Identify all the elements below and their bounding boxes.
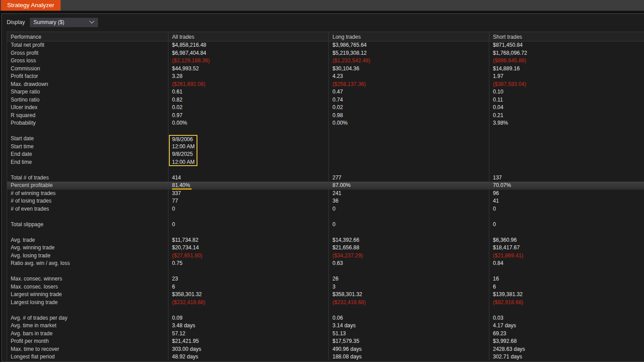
tab-strategy-analyzer[interactable]: Strategy Analyzer [1, 0, 61, 11]
cell-long-trades: ($34,237.29) [328, 252, 489, 260]
table-row[interactable]: Max. drawdown($261,692.08)($258,137.36)(… [7, 81, 644, 89]
table-spacer-row [7, 306, 644, 314]
column-header-performance[interactable]: Performance [7, 32, 168, 41]
cell-long-trades: 0 [328, 205, 489, 213]
cell-short-trades: $18,417.67 [489, 244, 644, 252]
table-row[interactable]: Max. consec. losers636 [7, 283, 644, 291]
table-row[interactable]: # of losing trades773641 [7, 197, 644, 205]
cell-long-trades [328, 159, 489, 167]
cell-short-trades: ($21,869.41) [489, 252, 644, 260]
chevron-down-icon [89, 19, 94, 24]
cell-long-trades: $358,301.32 [328, 291, 489, 299]
table-row[interactable]: Avg. losing trade($27,651.80)($34,237.29… [7, 252, 644, 260]
table-row[interactable]: # of winning trades33724196 [7, 190, 644, 198]
cell-short-trades: $6,360.96 [489, 236, 644, 244]
cell-long-trades: $21,656.88 [328, 244, 489, 252]
cell-all-trades: 81.40% [168, 182, 328, 190]
table-row[interactable]: # of even trades000 [7, 205, 644, 213]
table-row[interactable]: Avg. trade$11,734.82$14,392.66$6,360.96 [7, 236, 644, 244]
cell-long-trades: $30,104.36 [328, 65, 489, 73]
cell-short-trades: 1.97 [489, 73, 644, 81]
table-row[interactable]: Longest flat period48.92 days188.08 days… [7, 353, 644, 361]
row-label: Avg. winning trade [7, 244, 168, 252]
row-label: Avg. bars in trade [7, 330, 168, 338]
cell-short-trades [489, 159, 644, 167]
cell-long-trades: 26 [328, 275, 489, 283]
table-row[interactable]: End time12:00 AM [7, 159, 644, 167]
cell-short-trades [489, 306, 644, 314]
table-row[interactable]: Max. time to recover303.00 days490.96 da… [7, 346, 644, 354]
table-row[interactable]: Avg. bars in trade57.1251.1369.23 [7, 330, 644, 338]
cell-all-trades [168, 166, 328, 174]
table-row[interactable]: End date9/8/2025 [7, 150, 644, 159]
cell-short-trades: 0.11 [489, 96, 644, 104]
strategy-analyzer-panel: Display Summary ($) Performance All trad… [1, 13, 644, 362]
cell-long-trades: 0.06 [328, 314, 489, 322]
cell-short-trades [489, 143, 644, 151]
cell-all-trades: $44,993.52 [168, 65, 328, 73]
table-row[interactable]: Total slippage000 [7, 221, 644, 229]
table-row[interactable]: Start time12:00 AM [7, 143, 644, 151]
cell-long-trades: 241 [328, 190, 489, 198]
table-row[interactable]: Ratio avg. win / avg. loss0.750.630.84 [7, 260, 644, 268]
table-row[interactable]: Profit factor3.284.231.97 [7, 73, 644, 81]
row-label [7, 213, 168, 221]
cell-all-trades: $4,858,216.48 [168, 41, 328, 49]
cell-all-trades: 3.48 days [168, 322, 328, 330]
table-row[interactable]: Commission$44,993.52$30,104.36$14,889.16 [7, 65, 644, 73]
table-row[interactable]: Largest losing trade($232,418.68)($232,4… [7, 299, 644, 307]
cell-long-trades: 188.08 days [328, 353, 489, 361]
cell-long-trades: 0.00% [328, 119, 489, 127]
table-row[interactable]: Total net profit$4,858,216.48$3,986,765.… [7, 41, 644, 49]
cell-short-trades: 96 [489, 190, 644, 198]
cell-short-trades: 0.04 [489, 104, 644, 112]
table-row[interactable]: Max. consec. winners232616 [7, 275, 644, 283]
table-row[interactable]: Largest winning trade$358,301.32$358,301… [7, 291, 644, 299]
display-toolbar: Display Summary ($) [2, 14, 644, 31]
table-row[interactable]: R squared0.970.980.21 [7, 112, 644, 120]
row-label: # of losing trades [7, 197, 168, 205]
row-label: Avg. losing trade [7, 252, 168, 260]
table-row[interactable]: Total # of trades414277137 [7, 174, 644, 182]
cell-long-trades: 51.13 [328, 330, 489, 338]
cell-all-trades: $6,987,404.84 [168, 49, 328, 57]
cell-all-trades: 0.00% [168, 119, 328, 127]
row-label: Profit factor [7, 73, 168, 81]
cell-all-trades: 12:00 AM [168, 143, 328, 151]
cell-all-trades: 337 [168, 190, 328, 198]
row-label: Largest winning trade [7, 291, 168, 299]
row-label: Profit per month [7, 338, 168, 346]
row-label: # of even trades [7, 205, 168, 213]
table-row[interactable]: Avg. # of trades per day0.090.060.03 [7, 314, 644, 322]
cell-long-trades: ($258,137.36) [328, 81, 489, 89]
table-row[interactable]: Gross loss($2,129,188.36)($1,232,542.48)… [7, 57, 644, 65]
display-dropdown-value: Summary ($) [33, 19, 90, 25]
row-label: Avg. # of trades per day [7, 314, 168, 322]
table-row[interactable]: Sortino ratio0.820.740.11 [7, 96, 644, 104]
table-row[interactable]: Probability0.00%0.00%3.98% [7, 119, 644, 127]
cell-short-trades: 3.98% [489, 119, 644, 127]
cell-all-trades: 48.92 days [168, 353, 328, 361]
cell-long-trades [328, 135, 489, 143]
table-row[interactable]: Start date9/8/2006 [7, 135, 644, 143]
table-row[interactable]: Ulcer index0.020.020.04 [7, 104, 644, 112]
table-row[interactable]: Sharpe ratio0.610.470.10 [7, 88, 644, 96]
cell-short-trades: 302.71 days [489, 353, 644, 361]
table-row[interactable]: Gross profit$6,987,404.84$5,219,308.12$1… [7, 49, 644, 57]
display-dropdown[interactable]: Summary ($) [30, 18, 98, 27]
table-row[interactable]: Percent profitable81.40%87.00%70.07% [7, 182, 644, 190]
column-header-short-trades[interactable]: Short trades [489, 32, 644, 41]
cell-all-trades: $358,301.32 [168, 291, 328, 299]
row-label: Gross profit [7, 49, 168, 57]
table-row[interactable]: Avg. winning trade$20,734.14$21,656.88$1… [7, 244, 644, 252]
column-header-long-trades[interactable]: Long trades [328, 32, 489, 41]
cell-long-trades: 3 [328, 283, 489, 291]
cell-short-trades: 0.21 [489, 112, 644, 120]
cell-short-trades: ($896,645.88) [489, 57, 644, 65]
column-header-all-trades[interactable]: All trades [168, 32, 328, 41]
cell-all-trades [168, 306, 328, 314]
table-row[interactable]: Avg. time in market3.48 days3.14 days4.1… [7, 322, 644, 330]
table-row[interactable]: Profit per month$21,421.95$17,579.35$3,9… [7, 338, 644, 346]
row-label: End date [7, 150, 168, 159]
cell-long-trades: 0.98 [328, 112, 489, 120]
